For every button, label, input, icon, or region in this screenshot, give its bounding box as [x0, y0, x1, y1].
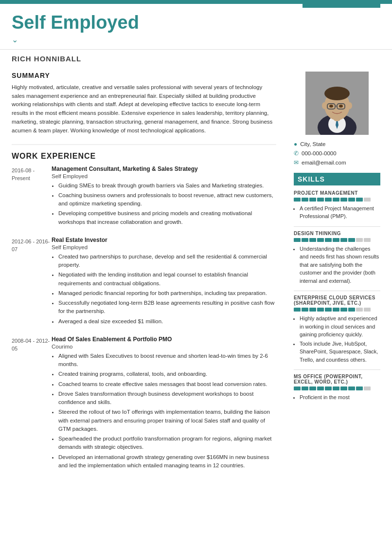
svg-point-6	[324, 87, 350, 100]
skill-category-name: ENTERPRISE CLOUD SERVICES (SHAREPOINT, J…	[294, 295, 380, 306]
skill-bar-segment	[348, 238, 355, 242]
job-entry: 2012-06 - 2016-07 Real Estate Investor S…	[12, 237, 276, 327]
profile-photo-svg	[305, 72, 369, 135]
skill-category: ENTERPRISE CLOUD SERVICES (SHAREPOINT, J…	[294, 295, 380, 364]
job-bullets: Created two partnerships to purchase, de…	[52, 253, 276, 326]
skill-bar-segment	[333, 198, 339, 202]
skill-bar-segment-empty	[364, 198, 371, 202]
skill-bar-segment	[325, 238, 332, 242]
list-item: Spearheaded the product portfolio transf…	[58, 435, 276, 452]
list-item: Guiding SMEs to break through growth bar…	[58, 182, 276, 190]
skill-bar-segment	[294, 238, 301, 242]
skill-bar-segment	[309, 198, 316, 202]
job-details: Real Estate Investor Self Employed Creat…	[52, 237, 276, 327]
list-item: Drove Sales transformation through busin…	[58, 390, 276, 407]
left-column: SUMMARY Highly motivated, articulate, cr…	[12, 63, 288, 480]
top-section: Self Employed ⌄	[0, 4, 392, 44]
job-title: Head Of Sales Enablement & Portfolio PMO	[52, 336, 276, 343]
list-item: Created two partnerships to purchase, de…	[58, 253, 276, 270]
skill-bar-segment	[317, 308, 324, 312]
list-item: Successfully negotiated long-term B2B le…	[58, 299, 276, 316]
main-title: Self Employed	[12, 13, 380, 33]
divider	[294, 291, 380, 291]
list-item: Tools include Jive, HubSpot, SharePoint,…	[300, 340, 380, 364]
skill-bar-segment	[294, 308, 301, 312]
skill-bar-segment-empty	[356, 238, 363, 242]
skill-bar-segment	[348, 198, 355, 202]
skill-bar-segment	[302, 308, 308, 312]
skill-bar-segment	[333, 238, 339, 242]
divider	[294, 369, 380, 370]
job-title: Management Consultant, Marketing & Sales…	[52, 166, 276, 172]
skill-bar-segment	[317, 238, 324, 242]
skill-category: DESIGN THINKING Understanding the challe…	[294, 231, 380, 285]
skill-bar-segment	[309, 238, 316, 242]
list-item: Developing competitive business and pric…	[58, 209, 276, 226]
profile-photo	[305, 72, 369, 135]
skill-bar-segment	[333, 386, 339, 390]
list-item: A certified Project Management Professio…	[300, 204, 380, 221]
skill-bar-segment	[294, 386, 301, 390]
skill-category: PROJECT MANAGEMENT A certified Project M…	[294, 190, 380, 221]
job-dates: 2012-06 - 2016-07	[12, 237, 52, 327]
job-details: Head Of Sales Enablement & Portfolio PMO…	[52, 336, 276, 471]
skill-bar-segment-empty	[364, 386, 371, 390]
list-item: Averaged a deal size exceeded $1 million…	[58, 317, 276, 326]
skill-bar-segment	[356, 386, 363, 390]
list-item: Negotiated with the lending institution …	[58, 271, 276, 288]
skill-bar-segment	[302, 386, 308, 390]
skill-bar-segment-empty	[364, 238, 371, 242]
skill-category-name: DESIGN THINKING	[294, 231, 380, 236]
job-company: Self Employed	[52, 173, 276, 179]
skill-category-name: MS OFFICE (POWERPOINT, EXCEL, WORD, ETC.…	[294, 374, 380, 385]
skill-bar-segment	[340, 308, 347, 312]
email-icon: ✉	[294, 159, 299, 166]
list-item: Understanding the challenges and needs f…	[300, 245, 380, 285]
skill-bar-segment	[340, 238, 347, 242]
teal-accent-bar	[303, 4, 380, 8]
job-entry: 2016-08 - Present Management Consultant,…	[12, 166, 276, 228]
skill-bar-segment	[325, 308, 332, 312]
skill-bar	[294, 238, 380, 242]
skill-category-name: PROJECT MANAGEMENT	[294, 190, 380, 196]
job-dates: 2008-04 - 2012-05	[12, 336, 52, 471]
list-item: Steered the rollout of two IoT offerings…	[58, 408, 276, 433]
job-title: Real Estate Investor	[52, 237, 276, 243]
skill-bar	[294, 308, 380, 312]
skill-bar-segment	[348, 308, 355, 312]
job-dates: 2016-08 - Present	[12, 166, 52, 228]
phone-icon: ✆	[294, 150, 299, 157]
location-text: City, State	[300, 141, 325, 147]
skill-bar-segment	[302, 238, 308, 242]
email-text: email@email.com	[302, 160, 346, 166]
skill-bullets: A certified Project Management Professio…	[294, 204, 380, 221]
skill-bar-segment	[348, 386, 355, 390]
skill-category: MS OFFICE (POWERPOINT, EXCEL, WORD, ETC.…	[294, 374, 380, 402]
skill-bar	[294, 386, 380, 390]
job-company: Courimo	[52, 344, 276, 350]
list-item: Managed periodic financial reporting for…	[58, 289, 276, 297]
skill-bar-segment	[333, 308, 339, 312]
skill-bar-segment-empty	[364, 308, 371, 312]
list-item: Created training programs, collateral, t…	[58, 370, 276, 378]
skill-bar-segment	[340, 386, 347, 390]
skill-bar-segment	[325, 198, 332, 202]
skill-bar-segment	[356, 198, 363, 202]
list-item: Coaching business owners and professiona…	[58, 191, 276, 208]
skill-bar-segment	[317, 198, 324, 202]
svg-point-12	[322, 102, 327, 109]
skill-bar-segment	[309, 386, 316, 390]
job-entry: 2008-04 - 2012-05 Head Of Sales Enableme…	[12, 336, 276, 471]
list-item: Developed an international growth strate…	[58, 453, 276, 470]
skill-bar-segment	[294, 198, 301, 202]
contact-phone: ✆ 000-000-0000	[294, 150, 380, 157]
job-bullets: Guiding SMEs to break through growth bar…	[52, 182, 276, 226]
skill-bar-segment	[340, 198, 347, 202]
list-item: Coached teams to create effective sales …	[58, 380, 276, 388]
job-company: Self Employed	[52, 244, 276, 250]
contact-email: ✉ email@email.com	[294, 159, 380, 166]
skill-bar-segment	[317, 386, 324, 390]
summary-section-title: SUMMARY	[12, 72, 276, 79]
svg-point-13	[347, 102, 352, 109]
skill-bar-segment	[325, 386, 332, 390]
